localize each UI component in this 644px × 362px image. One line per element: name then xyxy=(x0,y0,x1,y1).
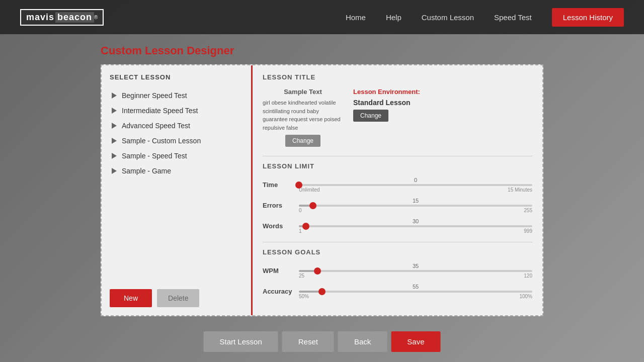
delete-button[interactable]: Delete xyxy=(157,289,199,307)
nav-speed-test[interactable]: Speed Test xyxy=(494,13,532,22)
lesson-label: Advanced Speed Test xyxy=(122,122,190,130)
time-slider-range: Unlimited 15 Minutes xyxy=(299,187,532,193)
wpm-slider-row: WPM 35 25 120 xyxy=(263,263,532,279)
list-item[interactable]: Sample - Game xyxy=(110,163,246,178)
words-slider-range: 1 999 xyxy=(299,228,532,234)
lesson-limit-section: LESSON LIMIT Time 0 Unlimited 15 Minutes xyxy=(263,162,532,234)
start-lesson-button[interactable]: Start Lesson xyxy=(204,331,278,352)
panel-buttons: New Delete xyxy=(110,289,199,307)
list-item[interactable]: Intermediate Speed Test xyxy=(110,103,246,118)
errors-label: Errors xyxy=(263,202,292,209)
left-panel: SELECT LESSON Beginner Speed Test Interm… xyxy=(102,65,253,315)
list-item[interactable]: Beginner Speed Test xyxy=(110,88,246,103)
wpm-slider-range: 25 120 xyxy=(299,273,532,279)
lesson-label: Beginner Speed Test xyxy=(122,92,187,100)
wpm-label: WPM xyxy=(263,267,292,275)
errors-max-label: 255 xyxy=(524,208,532,213)
words-slider-thumb[interactable] xyxy=(302,223,309,230)
reset-button[interactable]: Reset xyxy=(282,331,334,352)
nav-home[interactable]: Home xyxy=(346,13,366,22)
accuracy-slider-track xyxy=(299,291,532,293)
back-button[interactable]: Back xyxy=(338,331,387,352)
accuracy-max-label: 100% xyxy=(519,294,532,299)
arrow-icon xyxy=(112,93,117,99)
accuracy-slider-range: 50% 100% xyxy=(299,294,532,299)
nav-custom-lesson[interactable]: Custom Lesson xyxy=(422,13,474,22)
lesson-label: Sample - Speed Test xyxy=(122,152,187,160)
logo: mavis beacon ® xyxy=(20,9,104,26)
time-slider-thumb[interactable] xyxy=(295,182,302,189)
accuracy-slider-container: 55 50% 100% xyxy=(299,284,532,299)
wpm-slider-container: 35 25 120 xyxy=(299,263,532,279)
nav-help[interactable]: Help xyxy=(386,13,401,22)
divider xyxy=(263,156,532,156)
list-item[interactable]: Sample - Custom Lesson xyxy=(110,133,246,148)
wpm-value: 35 xyxy=(299,263,532,269)
logo-box: mavis beacon ® xyxy=(20,9,104,26)
wpm-slider-track xyxy=(299,270,532,272)
arrow-icon xyxy=(112,123,117,129)
lesson-env-value: Standard Lesson xyxy=(353,99,411,107)
lesson-limit-header: LESSON LIMIT xyxy=(263,162,532,170)
list-item[interactable]: Sample - Speed Test xyxy=(110,148,246,163)
header: mavis beacon ® Home Help Custom Lesson S… xyxy=(0,0,644,34)
logo-mavis: mavis xyxy=(26,12,54,23)
lesson-label: Sample - Game xyxy=(122,167,171,175)
errors-slider-container: 15 0 255 xyxy=(299,198,532,213)
arrow-icon xyxy=(112,168,117,174)
accuracy-slider-row: Accuracy 55 50% 100% xyxy=(263,284,532,299)
change-env-button[interactable]: Change xyxy=(353,110,388,122)
errors-slider-thumb[interactable] xyxy=(309,202,316,209)
panels-container: SELECT LESSON Beginner Speed Test Interm… xyxy=(101,64,543,316)
accuracy-value: 55 xyxy=(299,284,532,290)
lesson-label: Intermediate Speed Test xyxy=(122,107,198,115)
time-slider-row: Time 0 Unlimited 15 Minutes xyxy=(263,177,532,193)
words-slider-container: 30 1 999 xyxy=(299,218,532,234)
words-slider-track xyxy=(299,225,532,227)
lesson-goals-header: LESSON GOALS xyxy=(263,248,532,256)
words-value: 30 xyxy=(299,218,532,224)
time-max-label: 15 Minutes xyxy=(508,187,532,193)
nav: Home Help Custom Lesson Speed Test Lesso… xyxy=(346,8,624,27)
words-max-label: 999 xyxy=(524,228,532,234)
lesson-history-button[interactable]: Lesson History xyxy=(552,8,624,27)
select-lesson-title: SELECT LESSON xyxy=(110,73,246,81)
errors-min-label: 0 xyxy=(299,208,302,213)
lesson-label: Sample - Custom Lesson xyxy=(122,137,201,145)
lesson-title-content: Sample Text girl obese kindhearted volat… xyxy=(263,88,532,147)
wpm-min-label: 25 xyxy=(299,273,304,279)
arrow-icon xyxy=(112,138,117,144)
save-button[interactable]: Save xyxy=(391,331,440,352)
wpm-max-label: 120 xyxy=(524,273,532,279)
accuracy-min-label: 50% xyxy=(299,294,309,299)
logo-reg: ® xyxy=(94,15,98,20)
sample-text-block: Sample Text girl obese kindhearted volat… xyxy=(263,88,343,147)
new-button[interactable]: New xyxy=(110,289,152,307)
time-min-label: Unlimited xyxy=(299,187,320,193)
arrow-icon xyxy=(112,153,117,159)
list-item[interactable]: Advanced Speed Test xyxy=(110,118,246,133)
arrow-icon xyxy=(112,108,117,114)
errors-slider-row: Errors 15 0 255 xyxy=(263,198,532,213)
lesson-env-block: Lesson Environment: Standard Lesson Chan… xyxy=(353,88,420,122)
errors-slider-track xyxy=(299,205,532,207)
lesson-title-header: LESSON TITLE xyxy=(263,73,532,81)
lesson-title-section: LESSON TITLE Sample Text girl obese kind… xyxy=(263,73,532,147)
time-label: Time xyxy=(263,181,292,189)
time-value: 0 xyxy=(299,177,532,183)
accuracy-slider-thumb[interactable] xyxy=(318,288,326,295)
bottom-buttons: Start Lesson Reset Back Save xyxy=(204,331,441,352)
page-title: Custom Lesson Designer xyxy=(101,44,543,57)
logo-beacon: beacon xyxy=(55,12,94,23)
time-slider-track xyxy=(299,184,532,186)
lesson-list: Beginner Speed Test Intermediate Speed T… xyxy=(110,88,246,178)
words-slider-row: Words 30 1 999 xyxy=(263,218,532,234)
main-content: Custom Lesson Designer SELECT LESSON Beg… xyxy=(0,34,644,326)
sample-text-preview: girl obese kindhearted volatile scintill… xyxy=(263,99,343,132)
words-label: Words xyxy=(263,222,292,230)
sample-text-label: Sample Text xyxy=(284,88,322,96)
change-text-button[interactable]: Change xyxy=(285,135,320,147)
wpm-slider-thumb[interactable] xyxy=(314,267,321,275)
errors-value: 15 xyxy=(299,198,532,204)
right-panel: LESSON TITLE Sample Text girl obese kind… xyxy=(253,65,542,315)
